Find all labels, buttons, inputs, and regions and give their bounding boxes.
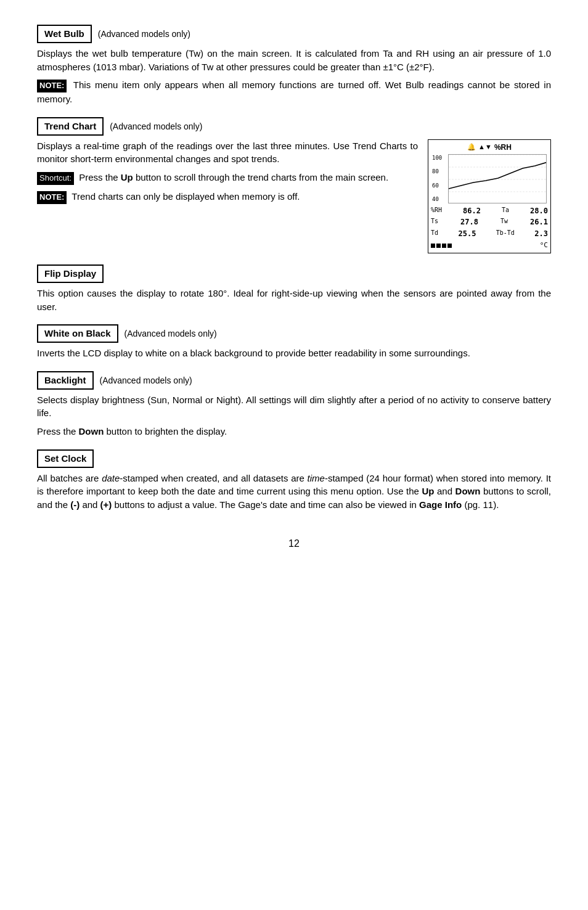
flip-display-section: Flip Display This option causes the disp… xyxy=(37,264,551,313)
wet-bulb-body: Displays the wet bulb temperature (Tw) o… xyxy=(37,47,551,74)
chart-header: 🔔 ▲▼ %RH xyxy=(431,142,548,153)
white-on-black-advanced: (Advanced models only) xyxy=(125,327,217,340)
wet-bulb-advanced: (Advanced models only) xyxy=(98,28,190,40)
trend-chart-content: Displays a real-time graph of the readin… xyxy=(37,139,551,254)
dot1 xyxy=(431,244,435,248)
trend-chart-body1: Displays a real-time graph of the readin… xyxy=(37,139,418,166)
y-label-80: 80 xyxy=(432,168,442,176)
trend-chart-advanced: (Advanced models only) xyxy=(110,120,202,133)
set-clock-label: Set Clock xyxy=(37,449,94,468)
backlight-label: Backlight xyxy=(37,371,94,390)
chart-wrapper: 100 80 60 40 xyxy=(448,154,548,203)
wet-bulb-note: NOTE: This menu item only appears when a… xyxy=(37,78,551,106)
dot2 xyxy=(436,244,441,248)
shortcut-badge: Shortcut: xyxy=(37,172,74,185)
trend-chart-text: Displays a real-time graph of the readin… xyxy=(37,139,418,209)
plus-bold: (+) xyxy=(100,499,112,510)
ts-label: Ts xyxy=(431,217,438,228)
y-label-40: 40 xyxy=(432,195,442,203)
chart-readings-row1: %RH 86.2 Ta 28.0 xyxy=(431,206,548,216)
minus-bold: (-) xyxy=(70,499,80,510)
wet-bulb-section: Wet Bulb (Advanced models only) Displays… xyxy=(37,25,551,106)
alarm-icon: 🔔 xyxy=(467,142,476,152)
chart-container: 🔔 ▲▼ %RH 100 80 60 40 xyxy=(428,139,551,254)
flip-display-label: Flip Display xyxy=(37,264,104,283)
chart-bottom-row: °C xyxy=(431,240,548,250)
tbtd-value: 2.3 xyxy=(534,229,548,239)
page-number: 12 xyxy=(37,536,551,551)
shortcut-up-bold: Up xyxy=(121,172,133,182)
trend-chart-image: 🔔 ▲▼ %RH 100 80 60 40 xyxy=(428,139,551,254)
trend-chart-note: NOTE: Trend charts can only be displayed… xyxy=(37,190,418,204)
ts-value: 27.8 xyxy=(460,217,478,228)
time-italic: time xyxy=(308,473,325,483)
battery-dots xyxy=(431,244,452,248)
td-value: 25.5 xyxy=(458,229,476,239)
white-on-black-label: White on Black xyxy=(37,324,118,343)
set-clock-body: All batches are date-stamped when create… xyxy=(37,472,551,512)
set-clock-section: Set Clock All batches are date-stamped w… xyxy=(37,449,551,512)
backlight-body2: Press the Down button to brighten the di… xyxy=(37,425,551,438)
up-bold: Up xyxy=(422,486,434,496)
white-on-black-section: White on Black (Advanced models only) In… xyxy=(37,324,551,360)
tw-value: 26.1 xyxy=(530,217,548,228)
trend-chart-label: Trend Chart xyxy=(37,117,104,136)
white-on-black-body: Inverts the LCD display to white on a bl… xyxy=(37,346,551,360)
backlight-advanced: (Advanced models only) xyxy=(100,374,192,387)
trend-chart-shortcut: Shortcut: Press the Up button to scroll … xyxy=(37,171,418,185)
ta-value: 28.0 xyxy=(530,206,548,216)
td-label: Td xyxy=(431,229,438,239)
unit-label: °C xyxy=(540,240,548,250)
ta-label: Ta xyxy=(502,206,509,216)
y-label-60: 60 xyxy=(432,182,442,190)
chart-readings-row3: Td 25.5 Tb-Td 2.3 xyxy=(431,229,548,239)
flip-display-body: This option causes the display to rotate… xyxy=(37,287,551,314)
y-label-100: 100 xyxy=(432,154,442,162)
chart-readings-row2: Ts 27.8 Tw 26.1 xyxy=(431,217,548,228)
tbtd-label: Tb-Td xyxy=(496,229,515,239)
dot4 xyxy=(447,244,452,248)
note-badge: NOTE: xyxy=(37,80,67,92)
down-bold: Down xyxy=(455,486,481,496)
rh-label: %RH xyxy=(431,206,442,216)
chart-header-label: %RH xyxy=(494,142,512,153)
chart-mode-icon: ▲▼ xyxy=(478,142,492,152)
backlight-down-bold: Down xyxy=(79,426,104,437)
trend-chart-section: Trend Chart (Advanced models only) Displ… xyxy=(37,117,551,253)
backlight-section: Backlight (Advanced models only) Selects… xyxy=(37,371,551,438)
wet-bulb-label: Wet Bulb xyxy=(37,25,92,43)
trend-note-badge: NOTE: xyxy=(37,191,67,204)
dot3 xyxy=(442,244,446,248)
chart-svg xyxy=(448,154,547,203)
backlight-body1: Selects display brightness (Sun, Normal … xyxy=(37,393,551,420)
gage-info-bold: Gage Info xyxy=(419,499,462,510)
chart-y-labels: 100 80 60 40 xyxy=(432,154,442,203)
date-italic: date xyxy=(102,473,120,483)
tw-label: Tw xyxy=(500,217,508,228)
rh-value: 86.2 xyxy=(463,206,481,216)
